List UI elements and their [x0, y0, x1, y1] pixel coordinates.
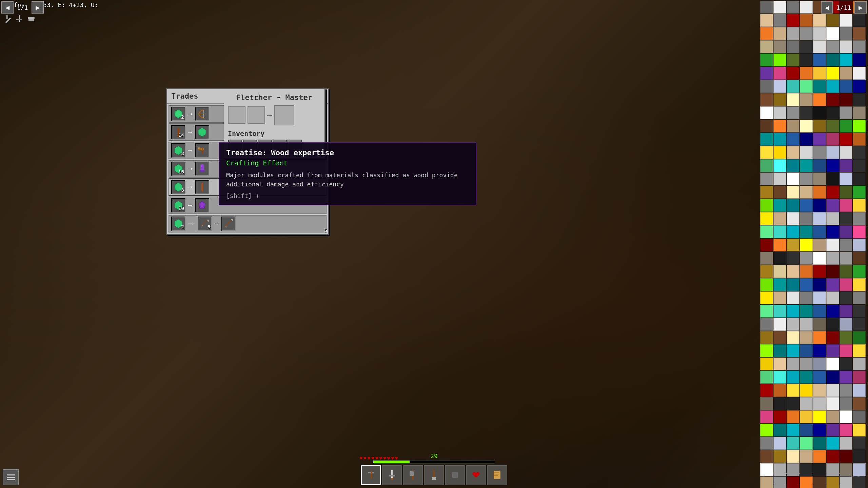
nav-right-next-button[interactable]: ▶ [854, 1, 867, 14]
block-cell[interactable] [773, 291, 786, 304]
block-cell[interactable] [826, 278, 839, 291]
block-cell[interactable] [853, 358, 866, 370]
hotbar-slot-1[interactable] [361, 465, 381, 485]
block-cell[interactable] [760, 199, 773, 212]
block-cell[interactable] [840, 305, 852, 318]
block-cell[interactable] [853, 252, 866, 265]
block-cell[interactable] [773, 67, 786, 80]
block-cell[interactable] [773, 225, 786, 238]
block-cell[interactable] [840, 318, 852, 331]
block-cell[interactable] [813, 159, 826, 172]
block-cell[interactable] [813, 186, 826, 199]
block-cell[interactable] [787, 212, 800, 225]
block-cell[interactable] [853, 172, 866, 185]
block-cell[interactable] [773, 159, 786, 172]
block-cell[interactable] [773, 252, 786, 265]
hotbar-slot-6[interactable] [466, 465, 486, 485]
trade-output-5[interactable] [195, 180, 209, 194]
block-cell[interactable] [800, 239, 813, 251]
block-cell[interactable] [800, 384, 813, 397]
block-cell[interactable] [813, 358, 826, 370]
block-cell[interactable] [760, 133, 773, 146]
trade-input-3a[interactable]: 3 [171, 143, 185, 158]
block-cell[interactable] [813, 93, 826, 106]
block-cell[interactable] [800, 133, 813, 146]
block-cell[interactable] [773, 371, 786, 384]
block-cell[interactable] [813, 291, 826, 304]
block-cell[interactable] [760, 437, 773, 450]
hotbar-slot-5[interactable] [445, 465, 465, 485]
block-cell[interactable] [826, 371, 839, 384]
block-cell[interactable] [760, 265, 773, 278]
block-cell[interactable] [773, 397, 786, 410]
block-cell[interactable] [760, 80, 773, 93]
trade-output-2[interactable] [195, 125, 209, 139]
block-cell[interactable] [853, 27, 866, 40]
block-cell[interactable] [853, 14, 866, 27]
block-cell[interactable] [760, 410, 773, 423]
block-cell[interactable] [787, 172, 800, 185]
block-cell[interactable] [840, 159, 852, 172]
block-cell[interactable] [787, 225, 800, 238]
block-cell[interactable] [800, 159, 813, 172]
block-cell[interactable] [787, 291, 800, 304]
block-cell[interactable] [773, 120, 786, 133]
block-cell[interactable] [787, 318, 800, 331]
block-cell[interactable] [760, 67, 773, 80]
block-cell[interactable] [760, 344, 773, 357]
block-cell[interactable] [826, 252, 839, 265]
block-cell[interactable] [840, 278, 852, 291]
trade-input-4a[interactable]: 16 [171, 162, 185, 176]
block-cell[interactable] [853, 133, 866, 146]
block-cell[interactable] [853, 278, 866, 291]
trade-output-7[interactable]: 5 [221, 217, 236, 231]
block-cell[interactable] [760, 1, 773, 14]
block-cell[interactable] [787, 384, 800, 397]
block-cell[interactable] [800, 265, 813, 278]
hotbar-slot-4[interactable] [424, 465, 444, 485]
trade-output-1[interactable] [195, 107, 209, 121]
block-cell[interactable] [826, 397, 839, 410]
block-cell[interactable] [840, 54, 852, 66]
block-cell[interactable] [840, 106, 852, 119]
block-cell[interactable] [773, 172, 786, 185]
block-cell[interactable] [840, 265, 852, 278]
block-cell[interactable] [853, 371, 866, 384]
block-cell[interactable] [800, 291, 813, 304]
block-cell[interactable] [826, 305, 839, 318]
block-cell[interactable] [813, 252, 826, 265]
block-cell[interactable] [787, 199, 800, 212]
block-cell[interactable] [840, 199, 852, 212]
block-cell[interactable] [840, 344, 852, 357]
block-cell[interactable] [853, 305, 866, 318]
block-cell[interactable] [800, 120, 813, 133]
block-cell[interactable] [800, 225, 813, 238]
block-cell[interactable] [800, 27, 813, 40]
block-cell[interactable] [813, 410, 826, 423]
block-cell[interactable] [773, 265, 786, 278]
block-cell[interactable] [760, 93, 773, 106]
trade-input-2a[interactable]: 14 [171, 125, 185, 139]
block-cell[interactable] [840, 67, 852, 80]
block-cell[interactable] [800, 252, 813, 265]
block-cell[interactable] [800, 371, 813, 384]
block-cell[interactable] [840, 291, 852, 304]
block-cell[interactable] [773, 278, 786, 291]
block-cell[interactable] [813, 278, 826, 291]
block-cell[interactable] [853, 106, 866, 119]
block-cell[interactable] [813, 265, 826, 278]
block-cell[interactable] [826, 27, 839, 40]
block-cell[interactable] [787, 265, 800, 278]
block-cell[interactable] [760, 358, 773, 370]
block-cell[interactable] [760, 225, 773, 238]
block-cell[interactable] [840, 133, 852, 146]
block-cell[interactable] [853, 384, 866, 397]
block-cell[interactable] [826, 67, 839, 80]
block-cell[interactable] [840, 40, 852, 53]
block-cell[interactable] [826, 146, 839, 159]
block-cell[interactable] [773, 80, 786, 93]
block-cell[interactable] [760, 146, 773, 159]
block-cell[interactable] [787, 27, 800, 40]
block-cell[interactable] [813, 40, 826, 53]
block-cell[interactable] [787, 252, 800, 265]
